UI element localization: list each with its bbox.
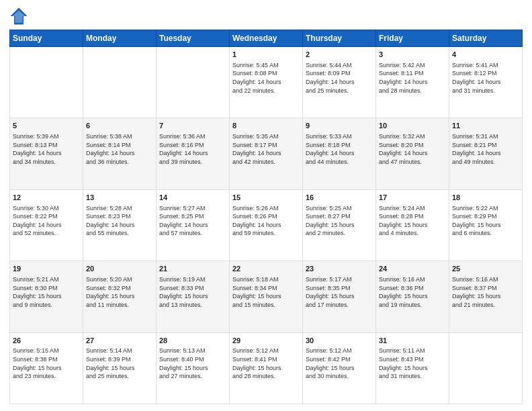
day-number: 12: [13, 193, 80, 203]
calendar-cell: 4Sunrise: 5:41 AM Sunset: 8:12 PM Daylig…: [449, 47, 523, 118]
day-number: 3: [379, 50, 446, 60]
calendar-week-row: 26Sunrise: 5:15 AM Sunset: 8:38 PM Dayli…: [10, 332, 523, 404]
calendar-cell: 6Sunrise: 5:38 AM Sunset: 8:14 PM Daylig…: [83, 118, 157, 189]
day-info: Sunrise: 5:15 AM Sunset: 8:38 PM Dayligh…: [13, 347, 80, 380]
day-info: Sunrise: 5:18 AM Sunset: 8:34 PM Dayligh…: [232, 275, 300, 309]
day-info: Sunrise: 5:38 AM Sunset: 8:14 PM Dayligh…: [86, 132, 153, 166]
day-number: 25: [452, 264, 519, 274]
calendar-cell: 15Sunrise: 5:26 AM Sunset: 8:26 PM Dayli…: [230, 189, 303, 261]
day-number: 21: [159, 264, 226, 274]
day-info: Sunrise: 5:12 AM Sunset: 8:41 PM Dayligh…: [232, 347, 300, 380]
weekday-header: Tuesday: [157, 30, 230, 47]
calendar-cell: 2Sunrise: 5:44 AM Sunset: 8:09 PM Daylig…: [303, 47, 376, 118]
day-info: Sunrise: 5:12 AM Sunset: 8:42 PM Dayligh…: [306, 347, 373, 380]
calendar-cell: 13Sunrise: 5:28 AM Sunset: 8:23 PM Dayli…: [83, 189, 157, 261]
day-number: 13: [86, 193, 153, 203]
calendar-week-row: 12Sunrise: 5:30 AM Sunset: 8:22 PM Dayli…: [10, 189, 523, 261]
calendar-cell: 28Sunrise: 5:13 AM Sunset: 8:40 PM Dayli…: [157, 332, 230, 404]
calendar-cell: 19Sunrise: 5:21 AM Sunset: 8:30 PM Dayli…: [10, 261, 83, 332]
calendar-cell: 5Sunrise: 5:39 AM Sunset: 8:13 PM Daylig…: [10, 118, 83, 189]
calendar-cell: 9Sunrise: 5:33 AM Sunset: 8:18 PM Daylig…: [303, 118, 376, 189]
calendar-cell: 16Sunrise: 5:25 AM Sunset: 8:27 PM Dayli…: [303, 189, 376, 261]
day-info: Sunrise: 5:35 AM Sunset: 8:17 PM Dayligh…: [232, 132, 300, 166]
day-info: Sunrise: 5:11 AM Sunset: 8:43 PM Dayligh…: [379, 347, 446, 380]
header: [9, 7, 523, 26]
day-info: Sunrise: 5:39 AM Sunset: 8:13 PM Dayligh…: [13, 132, 80, 166]
day-number: 23: [306, 264, 373, 274]
day-number: 14: [159, 193, 226, 203]
day-info: Sunrise: 5:13 AM Sunset: 8:40 PM Dayligh…: [159, 347, 226, 380]
weekday-header: Saturday: [449, 30, 523, 47]
calendar-cell: 31Sunrise: 5:11 AM Sunset: 8:43 PM Dayli…: [376, 332, 449, 404]
day-info: Sunrise: 5:21 AM Sunset: 8:30 PM Dayligh…: [13, 275, 80, 309]
day-number: 1: [232, 50, 300, 60]
logo-icon: [9, 7, 28, 26]
day-number: 27: [86, 336, 153, 346]
day-number: 24: [379, 264, 446, 274]
calendar-week-row: 1Sunrise: 5:45 AM Sunset: 8:08 PM Daylig…: [10, 47, 523, 118]
calendar-cell: 7Sunrise: 5:36 AM Sunset: 8:16 PM Daylig…: [157, 118, 230, 189]
page: SundayMondayTuesdayWednesdayThursdayFrid…: [0, 0, 532, 411]
day-number: 17: [379, 193, 446, 203]
day-info: Sunrise: 5:31 AM Sunset: 8:21 PM Dayligh…: [452, 132, 519, 166]
day-info: Sunrise: 5:17 AM Sunset: 8:35 PM Dayligh…: [306, 275, 373, 309]
calendar-cell: [10, 47, 83, 118]
calendar-cell: 12Sunrise: 5:30 AM Sunset: 8:22 PM Dayli…: [10, 189, 83, 261]
day-info: Sunrise: 5:14 AM Sunset: 8:39 PM Dayligh…: [86, 347, 153, 380]
calendar-cell: 11Sunrise: 5:31 AM Sunset: 8:21 PM Dayli…: [449, 118, 523, 189]
day-info: Sunrise: 5:19 AM Sunset: 8:33 PM Dayligh…: [159, 275, 226, 309]
calendar-cell: 3Sunrise: 5:42 AM Sunset: 8:11 PM Daylig…: [376, 47, 449, 118]
calendar-cell: 17Sunrise: 5:24 AM Sunset: 8:28 PM Dayli…: [376, 189, 449, 261]
weekday-header: Friday: [376, 30, 449, 47]
day-number: 26: [13, 336, 80, 346]
day-info: Sunrise: 5:25 AM Sunset: 8:27 PM Dayligh…: [306, 204, 373, 238]
weekday-header: Monday: [83, 30, 157, 47]
day-number: 19: [13, 264, 80, 274]
calendar-cell: 26Sunrise: 5:15 AM Sunset: 8:38 PM Dayli…: [10, 332, 83, 404]
calendar-cell: 23Sunrise: 5:17 AM Sunset: 8:35 PM Dayli…: [303, 261, 376, 332]
day-info: Sunrise: 5:36 AM Sunset: 8:16 PM Dayligh…: [159, 132, 226, 166]
calendar-cell: 25Sunrise: 5:16 AM Sunset: 8:37 PM Dayli…: [449, 261, 523, 332]
day-number: 11: [452, 121, 519, 131]
calendar-cell: 1Sunrise: 5:45 AM Sunset: 8:08 PM Daylig…: [230, 47, 303, 118]
day-number: 20: [86, 264, 153, 274]
calendar-table: SundayMondayTuesdayWednesdayThursdayFrid…: [9, 30, 523, 404]
header-row: SundayMondayTuesdayWednesdayThursdayFrid…: [10, 30, 523, 47]
calendar-cell: 20Sunrise: 5:20 AM Sunset: 8:32 PM Dayli…: [83, 261, 157, 332]
day-info: Sunrise: 5:16 AM Sunset: 8:36 PM Dayligh…: [379, 275, 446, 309]
calendar-cell: 27Sunrise: 5:14 AM Sunset: 8:39 PM Dayli…: [83, 332, 157, 404]
calendar-cell: [449, 332, 523, 404]
calendar-cell: 18Sunrise: 5:22 AM Sunset: 8:29 PM Dayli…: [449, 189, 523, 261]
day-number: 30: [306, 336, 373, 346]
calendar-cell: 8Sunrise: 5:35 AM Sunset: 8:17 PM Daylig…: [230, 118, 303, 189]
day-info: Sunrise: 5:30 AM Sunset: 8:22 PM Dayligh…: [13, 204, 80, 238]
day-number: 22: [232, 264, 300, 274]
day-info: Sunrise: 5:16 AM Sunset: 8:37 PM Dayligh…: [452, 275, 519, 309]
calendar-cell: 22Sunrise: 5:18 AM Sunset: 8:34 PM Dayli…: [230, 261, 303, 332]
day-number: 5: [13, 121, 80, 131]
day-number: 18: [452, 193, 519, 203]
day-number: 8: [232, 121, 300, 131]
day-number: 31: [379, 336, 446, 346]
calendar-cell: 10Sunrise: 5:32 AM Sunset: 8:20 PM Dayli…: [376, 118, 449, 189]
weekday-header: Sunday: [10, 30, 83, 47]
calendar-cell: 30Sunrise: 5:12 AM Sunset: 8:42 PM Dayli…: [303, 332, 376, 404]
day-number: 4: [452, 50, 519, 60]
logo: [9, 7, 31, 26]
calendar-cell: 21Sunrise: 5:19 AM Sunset: 8:33 PM Dayli…: [157, 261, 230, 332]
day-info: Sunrise: 5:24 AM Sunset: 8:28 PM Dayligh…: [379, 204, 446, 238]
day-info: Sunrise: 5:33 AM Sunset: 8:18 PM Dayligh…: [306, 132, 373, 166]
weekday-header: Wednesday: [230, 30, 303, 47]
day-number: 16: [306, 193, 373, 203]
calendar-cell: [157, 47, 230, 118]
calendar-week-row: 19Sunrise: 5:21 AM Sunset: 8:30 PM Dayli…: [10, 261, 523, 332]
day-number: 15: [232, 193, 300, 203]
calendar-cell: 29Sunrise: 5:12 AM Sunset: 8:41 PM Dayli…: [230, 332, 303, 404]
day-info: Sunrise: 5:28 AM Sunset: 8:23 PM Dayligh…: [86, 204, 153, 238]
day-info: Sunrise: 5:20 AM Sunset: 8:32 PM Dayligh…: [86, 275, 153, 309]
day-number: 6: [86, 121, 153, 131]
day-info: Sunrise: 5:41 AM Sunset: 8:12 PM Dayligh…: [452, 61, 519, 95]
weekday-header: Thursday: [303, 30, 376, 47]
day-info: Sunrise: 5:22 AM Sunset: 8:29 PM Dayligh…: [452, 204, 519, 238]
day-info: Sunrise: 5:45 AM Sunset: 8:08 PM Dayligh…: [232, 61, 300, 95]
